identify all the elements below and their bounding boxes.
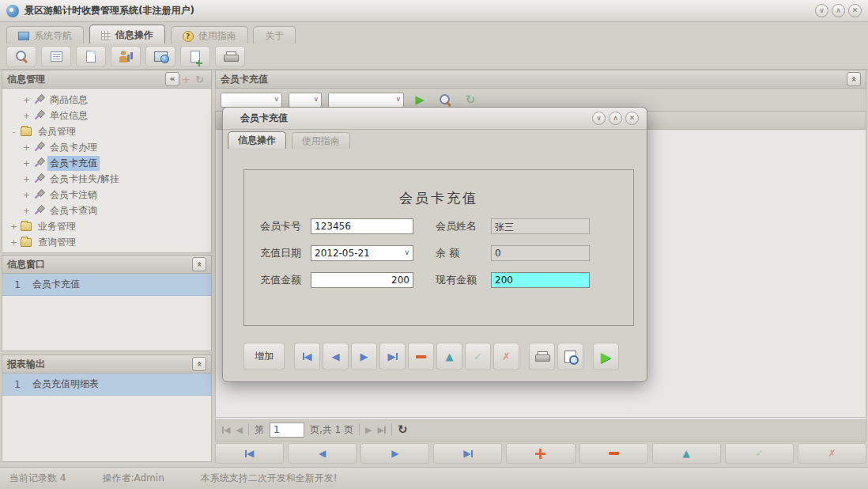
grid-last-button[interactable]: ▶ — [433, 443, 502, 464]
expander-icon[interactable]: + — [23, 175, 30, 184]
dialog-titlebar[interactable]: 会员卡充值 ∨ ∧ ✕ — [223, 108, 647, 130]
collapse-main-panel-button[interactable]: « — [847, 72, 861, 86]
search-button[interactable] — [6, 46, 36, 67]
tree-item-goods-info[interactable]: + 商品信息 — [2, 92, 211, 108]
chevron-down-icon: ∨ — [274, 95, 279, 103]
grid-edit-button[interactable]: ▲ — [652, 443, 721, 464]
next-record-button[interactable]: ▶ — [351, 343, 377, 370]
list-item[interactable]: 1 会员卡充值 — [2, 274, 211, 296]
expander-icon[interactable]: + — [23, 143, 30, 152]
grid-add-button[interactable] — [506, 443, 575, 464]
refresh-grid-button[interactable]: ↻ — [461, 91, 480, 108]
run-filter-button[interactable]: ▶ — [410, 91, 429, 108]
maximize-button[interactable]: ∧ — [832, 4, 845, 17]
expander-icon[interactable]: + — [10, 222, 17, 231]
dialog-close-button[interactable]: ✕ — [625, 112, 639, 125]
tab-system-nav[interactable]: 系统导航 — [6, 26, 84, 45]
dialog-tab-user-guide[interactable]: 使用指南 — [292, 132, 350, 149]
document-add-icon — [191, 51, 200, 63]
cancel-record-button[interactable]: ✗ — [493, 343, 519, 370]
tree-item-card-apply[interactable]: + 会员卡办理 — [2, 139, 211, 155]
tool-icon — [33, 111, 43, 121]
search-filter-button[interactable] — [436, 91, 455, 108]
record-count: 当前记录数 4 — [9, 472, 66, 485]
tree-item-business-management[interactable]: + 业务管理 — [2, 218, 211, 234]
collapse-panel-button[interactable]: « — [192, 257, 206, 271]
info-management-header[interactable]: 信息管理 « + ↻ — [2, 70, 212, 89]
tab-user-guide[interactable]: ? 使用指南 — [171, 26, 248, 45]
expander-icon[interactable]: + — [23, 159, 30, 168]
form-button[interactable] — [41, 46, 71, 67]
pager-next-button[interactable]: ▶ — [365, 425, 372, 435]
recharge-amount-input[interactable] — [311, 272, 413, 288]
collapse-panel-button[interactable]: « — [192, 357, 206, 371]
print-button[interactable] — [529, 343, 555, 370]
add-node-button[interactable]: + — [182, 74, 193, 85]
tree-item-query-management[interactable]: + 查询管理 — [2, 234, 211, 250]
tree-item-card-query[interactable]: + 会员卡查询 — [2, 203, 211, 218]
plus-icon — [535, 449, 545, 459]
tree-item-unit-info[interactable]: + 单位信息 — [2, 108, 211, 123]
dialog-maximize-button[interactable]: ∧ — [609, 112, 622, 125]
tab-info-operation[interactable]: 信息操作 — [89, 25, 165, 45]
balance-field: 0 — [491, 245, 590, 261]
tree-item-card-loss[interactable]: + 会员卡挂失/解挂 — [2, 171, 211, 187]
expander-icon[interactable]: + — [23, 112, 30, 120]
pager-last-button[interactable]: ▶ — [377, 425, 385, 435]
card-no-input[interactable] — [311, 218, 413, 234]
grid-cancel-button[interactable]: ✗ — [798, 443, 866, 464]
prev-record-button[interactable]: ◀ — [323, 343, 349, 370]
grid-delete-button[interactable] — [579, 443, 648, 464]
filter-combo-3[interactable]: ∨ — [328, 93, 404, 108]
pager-refresh-button[interactable]: ↻ — [398, 423, 408, 437]
document-button[interactable] — [76, 46, 106, 67]
add-button[interactable]: 增加 — [243, 343, 285, 370]
collapse-sidebar-button[interactable]: « — [165, 72, 179, 86]
post-record-button[interactable]: ✓ — [465, 343, 491, 370]
list-item[interactable]: 1 会员充值明细表 — [2, 373, 211, 396]
tree-item-member-management[interactable]: - 会员管理 — [2, 123, 211, 139]
dialog-tab-info-operation[interactable]: 信息操作 — [228, 131, 286, 149]
info-window-header[interactable]: 信息窗口 « — [2, 255, 212, 274]
recharge-date-combo[interactable]: 2012-05-21∨ — [311, 245, 413, 261]
delete-record-button[interactable] — [408, 343, 434, 370]
filter-combo-1[interactable]: ∨ — [221, 93, 282, 108]
member-report-button[interactable] — [111, 46, 141, 67]
report-output-header[interactable]: 报表输出 « — [2, 354, 212, 373]
expander-icon[interactable]: + — [10, 238, 17, 247]
edit-record-button[interactable]: ▲ — [436, 343, 462, 370]
filter-combo-2[interactable]: ∨ — [289, 93, 322, 108]
print-preview-button[interactable] — [557, 343, 583, 370]
pager-first-button[interactable]: ◀ — [222, 425, 230, 435]
grid-first-button[interactable]: ◀ — [215, 443, 284, 464]
tool-icon — [33, 190, 43, 200]
execute-button[interactable]: ▶ — [593, 343, 619, 370]
pager-prev-button[interactable]: ◀ — [236, 425, 242, 435]
printer-button[interactable] — [215, 46, 245, 67]
expander-icon[interactable]: - — [10, 127, 17, 136]
minimize-button[interactable]: ∨ — [815, 4, 828, 17]
dialog-minimize-button[interactable]: ∨ — [592, 112, 606, 125]
grid-prev-button[interactable]: ◀ — [288, 443, 357, 464]
first-record-button[interactable]: ◀ — [294, 343, 320, 370]
monitor-button[interactable] — [145, 46, 175, 67]
last-record-button[interactable]: ▶ — [379, 343, 406, 370]
form-heading: 会员卡充值 — [244, 189, 633, 207]
current-amount-field: 200 — [491, 272, 590, 288]
tree-item-card-cancel[interactable]: + 会员卡注销 — [2, 187, 211, 203]
page-number-input[interactable] — [270, 423, 304, 438]
grid-next-button[interactable]: ▶ — [360, 443, 429, 464]
expander-icon[interactable]: + — [23, 207, 30, 215]
refresh-tree-button[interactable]: ↻ — [195, 74, 206, 85]
tree-item-card-recharge[interactable]: + 会员卡充值 — [2, 155, 211, 171]
monitor-globe-icon — [154, 51, 168, 62]
new-document-button[interactable] — [180, 46, 210, 67]
expander-icon[interactable]: + — [23, 96, 30, 104]
tab-about[interactable]: 关于 — [253, 26, 296, 45]
grid-post-button[interactable]: ✓ — [725, 443, 794, 464]
close-button[interactable]: ✕ — [848, 4, 862, 17]
balance-label: 余 额 — [436, 246, 491, 260]
dialog-body: 会员卡充值 会员卡号 会员姓名 张三 充值日期 2012-05-21∨ 余 额 … — [223, 149, 647, 381]
expander-icon[interactable]: + — [23, 191, 30, 199]
dialog-tab-bar: 信息操作 使用指南 — [223, 130, 647, 149]
